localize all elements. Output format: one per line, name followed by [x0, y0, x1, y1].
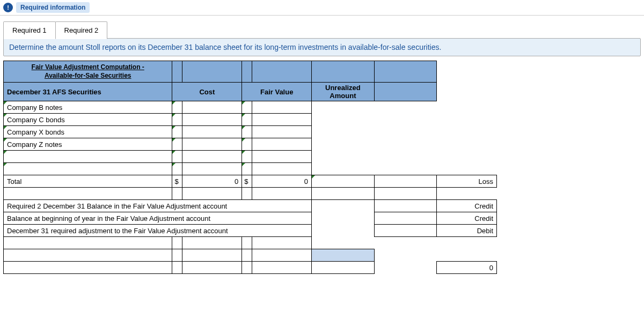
dropdown-icon	[4, 101, 7, 105]
row-spacer	[4, 188, 497, 200]
adj-val[interactable]	[374, 225, 437, 237]
afs-table: Fair Value Adjustment Computation -Avail…	[3, 61, 497, 274]
hdr-fair-value: Fair Value	[242, 83, 312, 101]
total-fv-sym: $	[242, 175, 252, 188]
cell-fv-sym[interactable]	[242, 126, 252, 138]
question-prompt: Determine the amount Stoll reports on it…	[3, 38, 641, 56]
row-company-x: Company X bonds	[4, 126, 497, 138]
adj-drcr[interactable]: Debit	[437, 225, 497, 237]
cell-fv-sym[interactable]	[242, 114, 252, 126]
total-fv-val: 0	[252, 175, 312, 188]
cell-label[interactable]: Company C bonds	[4, 114, 172, 126]
req2-label: Required 2 December 31 Balance in the Fa…	[4, 200, 312, 212]
cell-cost[interactable]	[182, 126, 242, 138]
total-label: Total	[4, 175, 172, 188]
row-req2-balance: Required 2 December 31 Balance in the Fa…	[4, 200, 497, 212]
info-header: ! Required information	[0, 0, 644, 16]
final-zero: 0	[437, 262, 497, 274]
tab-required-1[interactable]: Required 1	[3, 21, 56, 39]
tab-required-2[interactable]: Required 2	[55, 21, 108, 39]
required-info-pill: Required information	[16, 2, 90, 13]
header-row: December 31 AFS Securities Cost Fair Val…	[4, 83, 497, 101]
row-blank-2	[4, 163, 497, 175]
total-gainloss[interactable]: Loss	[437, 175, 497, 188]
cell-cost-sym[interactable]	[172, 101, 182, 114]
cell-cost[interactable]	[182, 138, 242, 151]
req2-drcr[interactable]: Credit	[437, 200, 497, 212]
cell-cost[interactable]	[182, 114, 242, 126]
alert-icon: !	[3, 3, 13, 12]
adj-label: December 31 required adjustment to the F…	[4, 225, 312, 237]
cell-cost-sym[interactable]	[172, 114, 182, 126]
hdr-securities: December 31 AFS Securities	[4, 83, 172, 101]
cell-cost[interactable]	[182, 101, 242, 114]
cell-cost-sym[interactable]	[172, 138, 182, 151]
row-pad-1	[4, 237, 497, 249]
cell-label[interactable]: Company B notes	[4, 101, 172, 114]
tabs: Required 1 Required 2	[3, 21, 644, 39]
row-company-z: Company Z notes	[4, 138, 497, 151]
cell-fv[interactable]	[252, 126, 312, 138]
beg-label: Balance at beginning of year in the Fair…	[4, 212, 312, 225]
beg-val[interactable]	[374, 212, 437, 225]
cell-fv-sym[interactable]	[242, 138, 252, 151]
final-ua[interactable]	[312, 262, 375, 274]
row-company-b: Company B notes	[4, 101, 497, 114]
row-company-c: Company C bonds	[4, 114, 497, 126]
worksheet: Fair Value Adjustment Computation -Avail…	[3, 61, 497, 274]
title-row: Fair Value Adjustment Computation -Avail…	[4, 61, 497, 83]
row-blank-1	[4, 151, 497, 163]
row-total: Total $ 0 $ 0 Loss	[4, 175, 497, 188]
cell-label[interactable]: Company Z notes	[4, 138, 172, 151]
hdr-cost: Cost	[172, 83, 242, 101]
total-cost-val: 0	[182, 175, 242, 188]
req2-val[interactable]	[374, 200, 437, 212]
row-pad-2	[4, 249, 497, 262]
row-adjustment: December 31 required adjustment to the F…	[4, 225, 497, 237]
cell-label[interactable]	[4, 151, 172, 163]
beg-drcr[interactable]: Credit	[437, 212, 497, 225]
hdr-unrealized: Unrealized Amount	[312, 83, 375, 101]
total-cost-sym: $	[172, 175, 182, 188]
table-title: Fair Value Adjustment Computation -Avail…	[4, 61, 172, 83]
cell-cost-sym[interactable]	[172, 126, 182, 138]
row-begin-balance: Balance at beginning of year in the Fair…	[4, 212, 497, 225]
cell-fv[interactable]	[252, 101, 312, 114]
cell-fv[interactable]	[252, 138, 312, 151]
cell-label[interactable]: Company X bonds	[4, 126, 172, 138]
cell-fv-sym[interactable]	[242, 101, 252, 114]
cell-fv[interactable]	[252, 114, 312, 126]
hl-cell[interactable]	[312, 249, 375, 262]
total-ua[interactable]	[312, 175, 375, 188]
hdr-blank	[374, 83, 437, 101]
cell-label[interactable]	[4, 163, 172, 175]
total-ua2[interactable]	[374, 175, 437, 188]
row-final: 0	[4, 262, 497, 274]
